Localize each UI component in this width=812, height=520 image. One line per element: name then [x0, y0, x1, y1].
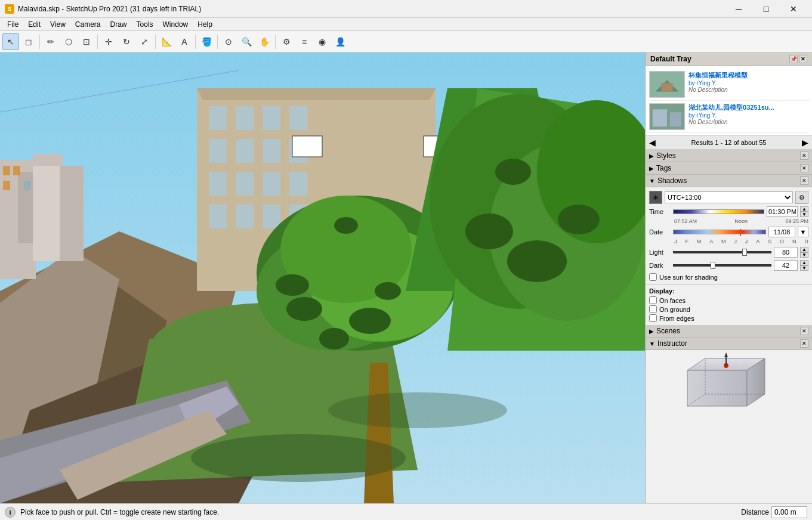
sun-shading-checkbox[interactable] — [649, 273, 657, 281]
time-spin-down[interactable]: ▼ — [800, 212, 808, 217]
tape-tool[interactable]: 📐 — [158, 33, 175, 50]
month-j3: J — [745, 239, 748, 244]
panel-pin-btn[interactable]: 📌 — [789, 55, 798, 63]
dark-slider-track[interactable] — [673, 264, 771, 267]
menu-tools[interactable]: Tools — [132, 19, 158, 30]
svg-marker-15 — [197, 88, 436, 100]
nav-prev-btn[interactable]: ◀ — [649, 138, 656, 147]
dark-value-input[interactable] — [774, 260, 798, 271]
menu-view[interactable]: View — [45, 19, 70, 30]
distance-input[interactable] — [771, 506, 807, 518]
on-faces-checkbox[interactable] — [649, 296, 657, 304]
scale-tool[interactable]: ⤢ — [136, 33, 153, 50]
date-value-input[interactable] — [768, 227, 795, 237]
shadows-section-header[interactable]: ▼ Shadows ✕ — [646, 175, 812, 187]
menu-file[interactable]: File — [2, 19, 23, 30]
dark-slider-thumb[interactable] — [711, 262, 715, 269]
sep1 — [39, 35, 40, 49]
close-button[interactable]: ✕ — [780, 0, 807, 18]
select-tool[interactable]: ↖ — [2, 33, 19, 50]
tags-section-header[interactable]: ▶ Tags ✕ — [646, 162, 812, 175]
components-tool[interactable]: ⚙ — [278, 33, 295, 50]
panel-title: Default Tray — [650, 55, 691, 63]
sep6 — [275, 35, 276, 49]
date-gradient — [673, 230, 766, 234]
tags-tool[interactable]: ≡ — [296, 33, 313, 50]
svg-rect-32 — [292, 136, 322, 157]
maximize-button[interactable]: □ — [752, 0, 780, 18]
minimize-button[interactable]: ─ — [725, 0, 752, 18]
menu-window[interactable]: Window — [158, 19, 193, 30]
instructor-arrow-icon: ▼ — [649, 341, 655, 347]
title-bar-left: S Malavida.skp - SketchUp Pro 2021 (31 d… — [5, 4, 201, 14]
dark-spin-up[interactable]: ▲ — [800, 260, 808, 265]
pan-tool[interactable]: ✋ — [256, 33, 273, 50]
status-bar: i Pick face to push or pull. Ctrl = togg… — [0, 503, 812, 520]
svg-marker-84 — [724, 352, 728, 357]
time-value-input[interactable] — [767, 206, 798, 217]
timezone-select[interactable]: UTC+13:00 UTC+12:00 UTC+00:00 — [665, 191, 793, 203]
month-a1: A — [709, 239, 713, 244]
text-tool[interactable]: A — [176, 33, 193, 50]
menu-help[interactable]: Help — [193, 19, 217, 30]
svg-rect-24 — [209, 172, 227, 196]
eraser-tool[interactable]: ◻ — [20, 33, 37, 50]
instructor-diagram — [669, 352, 789, 424]
instructor-content — [646, 350, 812, 426]
result-item-1[interactable]: 杯集恒福新里程模型 by rYing Y. No Description — [648, 69, 810, 101]
styles-close-btn[interactable]: ✕ — [800, 151, 808, 160]
materials-tool[interactable]: ◉ — [314, 33, 331, 50]
svg-point-60 — [507, 240, 567, 282]
pencil-tool[interactable]: ✏ — [42, 33, 59, 50]
svg-rect-18 — [263, 106, 280, 130]
date-marker — [740, 229, 741, 236]
viewport[interactable] — [0, 52, 645, 503]
light-slider-thumb[interactable] — [742, 249, 747, 256]
shadows-close-btn[interactable]: ✕ — [800, 177, 808, 185]
light-value-input[interactable] — [774, 247, 798, 258]
result-title-1[interactable]: 杯集恒福新里程模型 — [688, 71, 808, 80]
sep2 — [97, 35, 98, 49]
rotate-tool[interactable]: ↻ — [118, 33, 135, 50]
instructor-section-header[interactable]: ▼ Instructor ✕ — [646, 338, 812, 350]
time-gradient — [673, 209, 764, 214]
menu-camera[interactable]: Camera — [70, 19, 106, 30]
instructor-close-btn[interactable]: ✕ — [800, 339, 808, 348]
light-spin-up[interactable]: ▲ — [800, 247, 808, 252]
nav-next-btn[interactable]: ▶ — [802, 138, 808, 147]
tags-close-btn[interactable]: ✕ — [800, 164, 808, 172]
result-title-2[interactable]: 湖北某幼儿,园模型03251su... — [688, 103, 808, 112]
from-edges-checkbox[interactable] — [649, 314, 657, 322]
zoom-tool[interactable]: 🔍 — [238, 33, 255, 50]
from-edges-row: From edges — [649, 314, 808, 323]
dark-spin-down[interactable]: ▼ — [800, 265, 808, 271]
result-desc-1: No Description — [688, 86, 808, 93]
light-slider-track[interactable] — [673, 251, 771, 253]
result-item-2[interactable]: 湖北某幼儿,园模型03251su... by rYing Y. No Descr… — [648, 101, 810, 133]
styles-section-header[interactable]: ▶ Styles ✕ — [646, 150, 812, 162]
result-author-2: by rYing Y. — [688, 112, 808, 119]
title-bar: S Malavida.skp - SketchUp Pro 2021 (31 d… — [0, 0, 812, 18]
svg-point-49 — [349, 308, 391, 334]
menu-edit[interactable]: Edit — [23, 19, 45, 30]
on-ground-checkbox[interactable] — [649, 305, 657, 313]
menu-draw[interactable]: Draw — [106, 19, 132, 30]
scenes-section-header[interactable]: ▶ Scenes ✕ — [646, 325, 812, 338]
paint-tool[interactable]: 🪣 — [198, 33, 215, 50]
time-spin-up[interactable]: ▲ — [800, 206, 808, 212]
shadow-display-btn[interactable]: ☀ — [649, 191, 662, 204]
light-spin-down[interactable]: ▼ — [800, 252, 808, 258]
scenes-close-btn[interactable]: ✕ — [800, 327, 808, 335]
pushpull-tool[interactable]: ⊡ — [78, 33, 95, 50]
shadow-settings-btn[interactable]: ⚙ — [795, 191, 808, 204]
move-tool[interactable]: ✛ — [100, 33, 117, 50]
orbit-tool[interactable]: ⊙ — [220, 33, 237, 50]
panel-scroll[interactable]: 杯集恒福新里程模型 by rYing Y. No Description — [646, 66, 812, 503]
person-tool[interactable]: 👤 — [332, 33, 348, 50]
shapes-tool[interactable]: ⬡ — [60, 33, 77, 50]
status-info-btn[interactable]: i — [5, 507, 16, 518]
on-faces-row: On faces — [649, 296, 808, 305]
tags-arrow-icon: ▶ — [649, 165, 654, 172]
panel-close-btn[interactable]: ✕ — [799, 55, 807, 63]
calendar-btn[interactable]: ▼ — [798, 227, 808, 237]
